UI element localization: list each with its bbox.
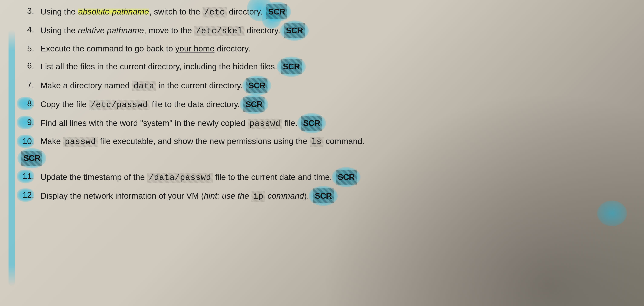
list-item: List all the files in the current direct… xyxy=(13,59,636,74)
instruction-text: directory. xyxy=(244,26,282,35)
list-item: Using the relative pathname, move to the… xyxy=(13,23,636,38)
instruction-text: Make xyxy=(40,136,63,146)
scr-badge: SCR xyxy=(301,116,322,131)
instruction-text: in the current directory. xyxy=(156,81,245,90)
instruction-text: Find all lines with the word "system" in… xyxy=(40,118,248,128)
code-text: /etc xyxy=(202,7,227,18)
instruction-text: your home xyxy=(175,44,214,53)
highlighter-blot xyxy=(597,201,627,226)
instruction-text: Using the xyxy=(40,26,78,35)
code-text: /etc/skel xyxy=(194,26,244,36)
instruction-text: List all the files in the current direct… xyxy=(40,62,280,71)
instruction-text: Copy the file xyxy=(40,100,89,109)
list-item: Execute the command to go back to your h… xyxy=(13,42,636,55)
instruction-text: , move to the xyxy=(144,26,194,35)
instruction-text: command xyxy=(265,191,304,200)
list-item: Make a directory named data in the curre… xyxy=(13,78,636,93)
list-item: Make passwd file executable, and show th… xyxy=(13,135,636,166)
list-item: Display the network information of your … xyxy=(13,188,636,203)
list-item: Find all lines with the word "system" in… xyxy=(13,116,636,131)
code-text: data xyxy=(132,81,156,91)
instruction-text: , switch to the xyxy=(149,7,202,16)
code-text: passwd xyxy=(63,137,98,147)
list-item: Update the timestamp of the /data/passwd… xyxy=(13,170,636,185)
instruction-text: file executable, and show the new permis… xyxy=(98,136,310,146)
code-text: ls xyxy=(310,137,324,147)
scr-badge: SCR xyxy=(313,188,334,203)
instruction-text: directory. xyxy=(226,7,265,16)
scr-badge: SCR xyxy=(21,151,42,166)
scr-badge: SCR xyxy=(336,170,357,185)
instruction-text: Make a directory named xyxy=(40,81,132,90)
instruction-text: file to the data directory. xyxy=(150,100,242,109)
scr-badge: SCR xyxy=(266,4,287,19)
code-text: passwd xyxy=(248,119,282,129)
instruction-text: file. xyxy=(282,118,300,128)
instruction-text: Update the timestamp of the xyxy=(40,173,147,182)
scr-badge: SCR xyxy=(246,78,267,93)
instruction-text: directory. xyxy=(214,44,250,53)
scr-badge: SCR xyxy=(284,23,305,38)
instruction-text: command. xyxy=(324,136,364,146)
instruction-text: relative pathname xyxy=(78,26,144,35)
list-item: Using the absolute pathname, switch to t… xyxy=(13,4,636,19)
scr-badge: SCR xyxy=(281,59,302,74)
instruction-text: absolute pathname xyxy=(78,7,150,16)
instruction-text: Display the network information of your … xyxy=(40,191,204,200)
code-text: /etc/passwd xyxy=(89,100,150,110)
instruction-text: Using the xyxy=(40,7,78,16)
instruction-list: Using the absolute pathname, switch to t… xyxy=(13,4,636,203)
instruction-text: ). xyxy=(304,191,312,200)
code-text: /data/passwd xyxy=(147,173,213,183)
instruction-text: file to the current date and time. xyxy=(213,173,334,182)
instruction-text: hint: use the xyxy=(204,191,251,200)
list-item: Copy the file /etc/passwd file to the da… xyxy=(13,97,636,112)
instruction-text: Execute the command to go back to xyxy=(40,44,175,53)
scr-badge: SCR xyxy=(244,97,264,112)
code-text: ip xyxy=(252,191,265,202)
